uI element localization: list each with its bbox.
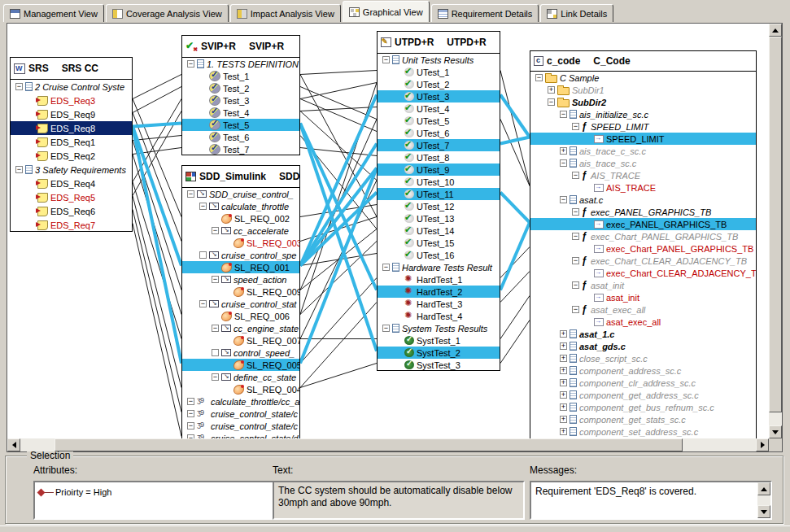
expander-minus-icon[interactable]: − [560, 111, 567, 118]
expander-minus-icon[interactable]: − [572, 123, 579, 130]
tree-row[interactable]: +component_get_bus_refnum_sc.c [530, 401, 756, 413]
scroll-up-button[interactable] [769, 24, 782, 37]
tree-row[interactable]: SPEED_LIMIT [530, 133, 756, 145]
tab-link-details[interactable]: Link Details [540, 4, 613, 22]
tree-row[interactable]: −asat.c [530, 194, 756, 206]
expander-minus-icon[interactable]: − [212, 373, 219, 381]
tree-row[interactable]: SL_REQ_006 [182, 310, 299, 322]
expander-plus-icon[interactable]: + [560, 391, 567, 399]
tree-row[interactable]: EDS_Req3 [11, 94, 132, 107]
horizontal-scrollbar[interactable] [7, 438, 769, 451]
tree-row[interactable]: −SPEED_LIMIT [530, 120, 756, 133]
messages-scroll-up-button[interactable] [757, 482, 770, 495]
expander-minus-icon[interactable]: − [187, 410, 194, 417]
horizontal-scroll-thumb[interactable] [55, 438, 683, 451]
tree-row[interactable]: +component_get_address_sc.c [530, 389, 756, 401]
expander-minus-icon[interactable]: − [572, 257, 579, 264]
tree-row[interactable]: −1. TESTS DEFINITION [182, 58, 299, 70]
expander-minus-icon[interactable]: − [199, 203, 207, 210]
panel-title-sdd[interactable]: SDD_SimulinkSDD [182, 166, 299, 188]
tree-row[interactable]: UTest_16 [378, 249, 500, 261]
expander-minus-icon[interactable]: − [212, 227, 219, 234]
tree-row[interactable]: UTest_9 [378, 164, 500, 176]
tree-row[interactable]: UTest_5 [378, 115, 500, 127]
tree-row[interactable]: −calculate_throttle [182, 200, 299, 212]
tree-row[interactable]: SL_REQ_009 [182, 286, 299, 298]
expander-minus-icon[interactable]: − [548, 98, 555, 106]
tab-requirement-details[interactable]: Requirement Details [431, 4, 539, 22]
expander-minus-icon[interactable]: − [382, 325, 390, 332]
tree-row[interactable]: HardTest_3 [378, 298, 500, 310]
expander-minus-icon[interactable]: − [535, 74, 543, 81]
tree-row[interactable]: +component_get_stats_sc.c [530, 413, 756, 425]
tree-row[interactable]: +asat_1.c [530, 328, 756, 340]
graphical-view-canvas[interactable]: SRSSRS CC−2 Cruise Control SysteEDS_Req3… [7, 23, 783, 452]
tree-row[interactable]: Test_6 [182, 131, 299, 143]
scroll-down-button[interactable] [769, 425, 782, 438]
tree-row[interactable]: −cc_engine_state [182, 322, 299, 334]
tree-row[interactable]: UTest_11 [378, 188, 500, 200]
expander-minus-icon[interactable]: − [572, 281, 579, 289]
tree-row[interactable]: UTest_15 [378, 237, 500, 249]
tree-row[interactable]: EDS_Req6 [11, 204, 132, 218]
tree-row[interactable]: UTest_6 [378, 127, 500, 139]
tree-row[interactable]: +component_address_sc.c [530, 364, 756, 377]
expander-plus-icon[interactable]: + [560, 403, 567, 411]
expander-minus-icon[interactable]: − [187, 60, 194, 68]
requirement-text-box[interactable]: The CC system should be automatically di… [273, 481, 525, 520]
tree-row[interactable]: EDS_Req8 [11, 121, 132, 135]
tree-row[interactable]: HardTest_2 [378, 286, 500, 298]
tree-row[interactable]: HardTest_4 [378, 310, 500, 322]
messages-box[interactable]: Requirement 'EDS_Req8' is covered. [530, 481, 772, 520]
panel-title-svip[interactable]: SVIP+RSVIP+R [182, 36, 299, 58]
expander-plus-icon[interactable]: + [560, 147, 567, 155]
tab-graphical-view[interactable]: Graphical View [343, 1, 430, 22]
expander-minus-icon[interactable]: − [15, 83, 23, 90]
tree-row[interactable]: −define_cc_state [182, 371, 299, 383]
scroll-left-button[interactable] [7, 438, 20, 451]
tree-row[interactable]: −AIS_TRACE [530, 169, 756, 181]
tree-row[interactable]: −System Tests Results [378, 322, 500, 334]
expander-minus-icon[interactable]: − [572, 172, 579, 179]
tree-row[interactable]: −Hardware Tests Result [378, 261, 500, 273]
expander-minus-icon[interactable]: − [572, 208, 579, 216]
tree-row[interactable]: −exec_Chart_CLEAR_ADJACENCY_TB [530, 255, 756, 267]
expander-plus-icon[interactable]: + [560, 428, 567, 435]
tree-row[interactable]: −speed_action [182, 273, 299, 286]
tree-row[interactable]: EDS_Req9 [11, 107, 132, 121]
tree-row[interactable]: +close_script_sc.c [530, 352, 756, 364]
tree-row[interactable]: exec_Chart_PANEL_GRAPHICS_TB [530, 242, 756, 255]
panel-title-srs[interactable]: SRSSRS CC [11, 58, 132, 80]
tree-row[interactable]: −exec_PANEL_GRAPHICS_TB [530, 206, 756, 218]
tree-row[interactable]: exec_PANEL_GRAPHICS_TB [530, 218, 756, 230]
expander-plus-icon[interactable]: + [560, 330, 567, 338]
tree-row[interactable]: SystTest_2 [378, 347, 500, 359]
scroll-right-button[interactable] [756, 438, 769, 451]
tree-row[interactable]: UTest_10 [378, 176, 500, 188]
tree-row[interactable]: asat_init [530, 291, 756, 303]
tree-row[interactable]: −SDD_cruise_control_ [182, 188, 299, 200]
expander-minus-icon[interactable]: − [572, 233, 579, 240]
tree-row[interactable]: EDS_Req2 [11, 149, 132, 163]
expander-minus-icon[interactable]: − [382, 264, 390, 271]
panel-title-utpd[interactable]: UTPD+RUTPD+R [378, 32, 500, 54]
panel-title-ccode[interactable]: c_codeC_Code [530, 51, 756, 72]
tree-row[interactable]: UTest_14 [378, 225, 500, 237]
attributes-box[interactable]: Prioirty = High [33, 481, 274, 520]
tree-row[interactable]: EDS_Req7 [11, 218, 132, 232]
tree-row[interactable]: SystTest_1 [378, 334, 500, 347]
tree-row[interactable]: UTest_4 [378, 102, 500, 115]
expander-minus-icon[interactable]: − [560, 159, 567, 167]
tree-row[interactable]: asat_exec_all [530, 316, 756, 328]
tree-row[interactable]: −cruise_control_state/c [182, 408, 299, 420]
expander-plus-icon[interactable]: + [560, 342, 567, 350]
tab-management-view[interactable]: Management View [3, 4, 104, 22]
tree-row[interactable]: −2 Cruise Control Syste [11, 80, 132, 94]
tree-row[interactable]: SL_REQ_005 [182, 359, 299, 371]
expander-minus-icon[interactable]: − [212, 325, 219, 332]
expander-minus-icon[interactable]: − [212, 276, 219, 283]
checkbox-empty[interactable] [212, 349, 219, 356]
expander-plus-icon[interactable]: + [560, 379, 567, 386]
tree-row[interactable]: exec_Chart_CLEAR_ADJACENCY_TB [530, 267, 756, 279]
tree-row[interactable]: UTest_3 [378, 90, 500, 102]
